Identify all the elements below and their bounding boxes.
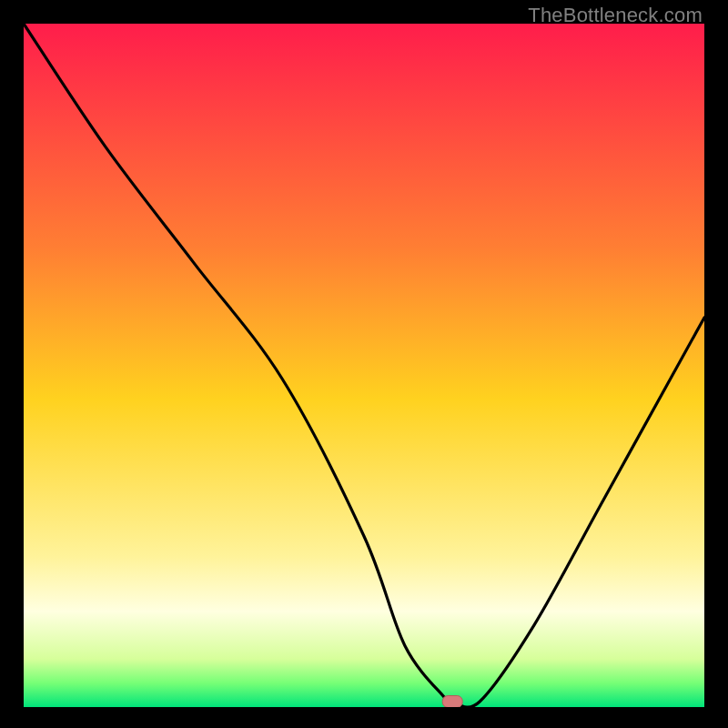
chart-frame: TheBottleneck.com [0, 0, 728, 728]
plot-area [24, 24, 704, 707]
bottleneck-chart [24, 24, 704, 707]
optimal-marker [442, 695, 462, 707]
gradient-background [24, 24, 704, 707]
